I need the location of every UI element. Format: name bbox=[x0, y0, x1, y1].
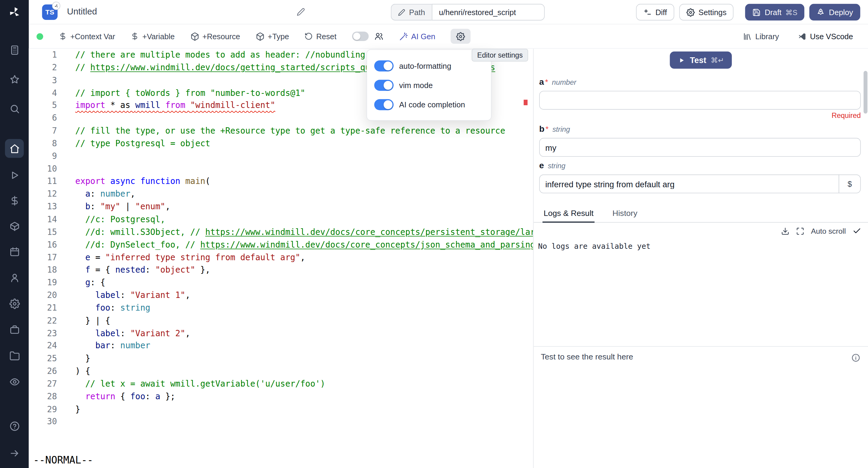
code-token: , bbox=[185, 328, 190, 338]
code-line[interactable]: //c: Postgresql, bbox=[75, 213, 533, 226]
line-number: 9 bbox=[29, 150, 57, 163]
tab-logs-result[interactable]: Logs & Result bbox=[542, 204, 595, 223]
code-line[interactable]: } bbox=[75, 403, 533, 415]
check-icon[interactable] bbox=[852, 227, 861, 235]
draft-button[interactable]: Draft ⌘S bbox=[745, 4, 805, 21]
sidebar-item-search[interactable] bbox=[5, 100, 24, 117]
code-line[interactable]: e = "inferred type string from default a… bbox=[75, 251, 533, 264]
line-number: 26 bbox=[29, 365, 57, 378]
field-input-b[interactable] bbox=[539, 138, 861, 156]
code-line[interactable]: //d: wmill.S3Object, // https://www.wind… bbox=[75, 226, 533, 238]
code-line[interactable]: f = { nested: "object" }, bbox=[75, 264, 533, 276]
code-token: , bbox=[300, 253, 305, 262]
library-button[interactable]: Library bbox=[743, 32, 779, 41]
auto-scroll-label[interactable]: Auto scroll bbox=[811, 227, 846, 235]
code-line[interactable]: //d: DynSelect_foo, // https://www.windm… bbox=[75, 238, 533, 251]
code-line[interactable]: export async function main( bbox=[75, 175, 533, 188]
arrow-right-icon bbox=[9, 448, 20, 458]
sidebar-item-star[interactable] bbox=[5, 71, 24, 87]
toggle-auto-formatting[interactable] bbox=[374, 60, 394, 71]
line-number: 5 bbox=[29, 99, 57, 112]
sidebar-item-calculator[interactable] bbox=[5, 41, 24, 58]
toggle-vim-mode[interactable] bbox=[374, 80, 394, 91]
line-number: 1 bbox=[29, 49, 57, 61]
code-line[interactable] bbox=[75, 163, 533, 175]
code-token: nested bbox=[115, 265, 145, 275]
code-line[interactable]: foo: string bbox=[75, 302, 533, 315]
add-context-var-button[interactable]: +Context Var bbox=[59, 32, 115, 41]
code-token bbox=[75, 303, 95, 313]
windmill-logo-icon[interactable] bbox=[7, 5, 22, 19]
code-line[interactable]: label: "Variant 2", bbox=[75, 327, 533, 340]
sidebar-item-gear[interactable] bbox=[5, 295, 24, 312]
code-token: : bbox=[120, 328, 130, 338]
settings-button[interactable]: Settings bbox=[679, 4, 734, 21]
sidebar-item-briefcase[interactable] bbox=[5, 321, 24, 338]
code-line[interactable]: label: "Variant 1", bbox=[75, 289, 533, 302]
download-logs-icon[interactable] bbox=[781, 227, 789, 235]
deploy-button[interactable]: Deploy bbox=[809, 4, 860, 21]
code-token: : bbox=[110, 341, 120, 351]
line-number: 14 bbox=[29, 213, 57, 226]
code-line[interactable]: } bbox=[75, 352, 533, 365]
add-variable-button[interactable]: +Variable bbox=[131, 32, 175, 41]
code-line[interactable]: // let x = await wmill.getVariable('u/us… bbox=[75, 378, 533, 390]
field-input-e[interactable] bbox=[539, 175, 839, 193]
ai-gen-button[interactable]: AI Gen bbox=[399, 32, 435, 41]
line-number: 7 bbox=[29, 124, 57, 137]
sidebar-item-help[interactable] bbox=[5, 418, 24, 434]
line-number: 28 bbox=[29, 390, 57, 403]
add-type-button[interactable]: +Type bbox=[255, 32, 289, 41]
code-line[interactable]: g: { bbox=[75, 276, 533, 289]
test-button[interactable]: Test ⌘↵ bbox=[670, 52, 732, 69]
sidebar-item-home[interactable] bbox=[5, 139, 24, 158]
code-line[interactable]: // type Postgresql = object bbox=[75, 137, 533, 150]
field-input-a[interactable] bbox=[539, 91, 861, 110]
line-number: 3 bbox=[29, 74, 57, 87]
play-icon bbox=[9, 170, 20, 180]
code-line[interactable] bbox=[75, 415, 533, 428]
edit-summary-icon[interactable] bbox=[297, 8, 305, 16]
draft-shortcut: ⌘S bbox=[785, 8, 798, 17]
code-line[interactable]: bar: number bbox=[75, 340, 533, 352]
sidebar-item-arrow-right[interactable] bbox=[5, 445, 24, 461]
code-token bbox=[75, 253, 85, 262]
star-icon bbox=[9, 74, 20, 84]
info-icon[interactable] bbox=[851, 353, 860, 362]
sidebar-item-folder[interactable] bbox=[5, 347, 24, 364]
sidebar-item-dollar[interactable] bbox=[5, 192, 24, 209]
sidebar-item-cube[interactable] bbox=[5, 218, 24, 234]
variable-picker-button[interactable]: $ bbox=[839, 175, 861, 193]
path-value[interactable]: u/henri/restored_script bbox=[432, 4, 545, 21]
sidebar-item-user[interactable] bbox=[5, 269, 24, 286]
logs-toolbar: Auto scroll bbox=[534, 223, 868, 239]
code-line[interactable]: } | { bbox=[75, 315, 533, 327]
field-label-a: a*number bbox=[539, 77, 861, 88]
editor-settings-button[interactable] bbox=[451, 29, 471, 44]
sidebar-item-eye[interactable] bbox=[5, 373, 24, 390]
line-number: 25 bbox=[29, 352, 57, 365]
sidebar-item-play[interactable] bbox=[5, 167, 24, 183]
code-token: ( bbox=[205, 176, 210, 186]
multiplayer-toggle[interactable] bbox=[352, 32, 369, 41]
use-vscode-button[interactable]: Use VScode bbox=[798, 32, 853, 41]
reset-button[interactable]: Reset bbox=[305, 32, 337, 41]
status-dot bbox=[36, 33, 43, 39]
sidebar-item-calendar[interactable] bbox=[5, 243, 24, 260]
path-edit-button[interactable]: Path bbox=[391, 4, 432, 21]
code-line[interactable]: // fill the type, or use the +Resource t… bbox=[75, 124, 533, 137]
code-token: b bbox=[85, 202, 90, 212]
diff-button[interactable]: Diff bbox=[636, 4, 674, 21]
toggle-AI-code-completion[interactable] bbox=[374, 99, 394, 110]
code-line[interactable] bbox=[75, 150, 533, 163]
add-resource-button[interactable]: +Resource bbox=[190, 32, 240, 41]
code-line[interactable]: ) { bbox=[75, 365, 533, 378]
code-line[interactable]: a: number, bbox=[75, 188, 533, 201]
code-line[interactable]: b: "my" | "enum", bbox=[75, 201, 533, 213]
editor-setting-row: auto-formatting bbox=[374, 56, 484, 76]
tab-history[interactable]: History bbox=[611, 204, 638, 222]
expand-logs-icon[interactable] bbox=[796, 227, 804, 235]
code-line[interactable]: return { foo: a }; bbox=[75, 390, 533, 403]
code-token: //c: Postgresql, bbox=[75, 214, 165, 224]
panel-scrollbar[interactable] bbox=[864, 71, 867, 113]
